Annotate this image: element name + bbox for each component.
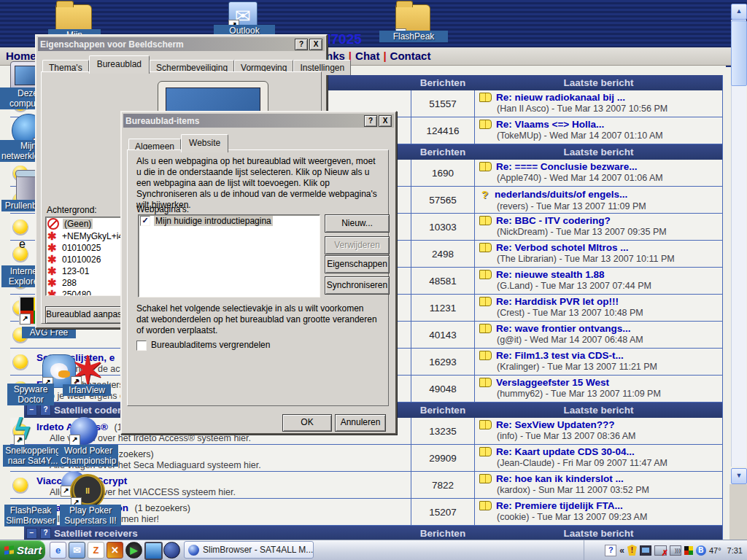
topic-link[interactable]: Re: nieuw radiokanaal bij ...	[496, 92, 625, 103]
ql-zigzag-icon[interactable]: Z	[88, 542, 104, 559]
topic-line: Re: Harddisk PVR let op!!!	[479, 296, 718, 307]
ql-monitor-icon[interactable]	[144, 542, 163, 560]
topic-link[interactable]: Re: Premiere tijdelijk FTA...	[496, 500, 623, 511]
achtergrond-item-label: +NEMyGkyL+i4	[61, 231, 123, 241]
tab-bureaublad[interactable]: Bureaublad	[89, 55, 150, 74]
snelkoppeling-sat4y-label[interactable]: Snelkoppeling naar Sat4Y...	[3, 445, 63, 467]
achtergrond-item[interactable]: ✱01010025	[46, 242, 122, 254]
close-icon[interactable]: X	[379, 115, 392, 127]
snelkoppeling-sat4y-icon[interactable]: ϟ↗	[15, 416, 44, 445]
tray-color-grid-icon[interactable]	[684, 546, 693, 555]
topic-link[interactable]: Re: SexView Updaten???	[496, 419, 615, 430]
tray-help-icon[interactable]: ?	[605, 545, 616, 556]
webpage-item[interactable]: ✓Mijn huidige introductiepagina	[139, 215, 320, 227]
desktop-items-titlebar[interactable]: Bureaublad-items ? X	[123, 114, 394, 128]
topic-link[interactable]: Re: Vlaams <=> Holla...	[496, 119, 604, 130]
ok-button[interactable]: OK	[282, 414, 332, 432]
nav-home-link[interactable]: Home	[6, 50, 36, 62]
help-question-icon[interactable]: ?	[40, 405, 51, 416]
laatste-bericht-cell: Verslaggeefster 15 West(hummy62) - Tue M…	[475, 376, 722, 402]
collapse-minus-icon[interactable]: −	[26, 528, 37, 539]
help-icon[interactable]: ?	[364, 115, 377, 127]
achtergrond-item[interactable]: ✱288	[46, 277, 122, 289]
nav-link[interactable]: Contact	[390, 50, 431, 62]
achtergrond-item[interactable]: ✱250480	[46, 289, 122, 296]
bureaublad-aanpassen-button[interactable]: Bureaublad aanpassen	[45, 306, 128, 324]
scrollbar-track[interactable]	[731, 20, 746, 467]
scrollbar-up-icon[interactable]: ▲	[731, 4, 747, 20]
topic-link[interactable]: Re: Harddisk PVR let op!!!	[496, 296, 619, 307]
display-properties-titlebar[interactable]: Eigenschappen voor Beeldscherm ? X	[38, 37, 325, 51]
close-icon[interactable]: X	[309, 39, 322, 50]
topic-link[interactable]: Re: BBC - ITV codering?	[496, 215, 611, 226]
tray-expand-icon[interactable]: «	[619, 545, 624, 556]
lightbulb-icon	[13, 354, 28, 369]
achtergrond-list[interactable]: (Geen)✱+NEMyGkyL+i4✱01010025✱01010026✱12…	[45, 217, 123, 296]
tray-network-activity-icon[interactable]: )))	[670, 545, 681, 556]
world-poker-championship-icon[interactable]: ↗	[70, 417, 98, 445]
play-poker-superstars-icon[interactable]: II↗	[70, 474, 105, 509]
tray-security-shield-icon[interactable]: !	[627, 545, 637, 556]
wallpaper-file-icon: ✱	[47, 279, 57, 287]
topic-link[interactable]: Re: wave frontier ontvangs...	[496, 323, 631, 334]
achtergrond-item[interactable]: ✱123-01	[46, 265, 122, 277]
start-button[interactable]: Start	[0, 540, 45, 560]
help-question-icon[interactable]: ?	[40, 528, 51, 539]
topic-line: Re: nieuw radiokanaal bij ...	[479, 92, 718, 103]
ql-pinwheel-icon[interactable]: ✕	[107, 542, 123, 559]
ql-globe-icon[interactable]	[163, 542, 180, 559]
topic-link[interactable]: Re: Film1.3 test via CDS-t...	[496, 350, 624, 361]
topic-link[interactable]: Re: ==== Conclusie bezware...	[496, 161, 638, 172]
ql-mail-icon[interactable]: ✉	[69, 542, 85, 559]
synchroniseren-button[interactable]: Synchroniseren	[325, 276, 390, 295]
column-header-berichten: Berichten	[411, 405, 475, 416]
wallpaper-file-icon: ✱	[47, 291, 57, 296]
eigenschappen-button[interactable]: Eigenschappen	[325, 255, 390, 273]
tray-display-icon[interactable]	[640, 545, 651, 556]
taskbar-window-button[interactable]: SlimBrowser - SAT4ALL M...	[184, 541, 314, 559]
ql-page-icon[interactable]: e	[50, 542, 66, 559]
webpage-checkbox[interactable]: ✓	[140, 216, 150, 226]
wallpaper-file-icon: ✱	[47, 268, 57, 275]
flashpeak-slimbrowser-label[interactable]: FlashPeak SlimBrowser	[4, 505, 57, 526]
irfanview-icon[interactable]: ✶↗	[71, 356, 102, 386]
topic-line: Re: BBC - ITV codering?	[479, 215, 718, 226]
topic-line: ?nederlands/duits/of engels...	[479, 188, 718, 201]
system-tray: ? « ! ))) B 47° 7:31	[584, 540, 747, 560]
scrollbar-down-icon[interactable]: ▼	[731, 468, 747, 484]
achtergrond-item[interactable]: ✱+NEMyGkyL+i4	[46, 230, 122, 242]
help-icon[interactable]: ?	[295, 39, 308, 50]
irfanview-label[interactable]: IrfanView	[63, 384, 111, 396]
flashpeak-label[interactable]: FlashPeak	[379, 31, 448, 42]
nav-link[interactable]: Chat	[355, 50, 379, 62]
lock-checkbox-row[interactable]: Bureaubladitems vergrendelen	[136, 340, 270, 351]
tray-network-disconnected-icon[interactable]	[654, 545, 667, 556]
topic-link[interactable]: Verslaggeefster 15 West	[496, 377, 609, 388]
world-poker-championship-label[interactable]: World Poker Championship	[58, 445, 118, 467]
ql-media-icon[interactable]: ▶	[125, 542, 142, 559]
tray-bluetooth-icon[interactable]: B	[696, 545, 706, 556]
lock-checkbox[interactable]	[136, 341, 147, 351]
berichten-count-cell: 10303	[411, 214, 475, 240]
achtergrond-item-label: 250480	[61, 289, 93, 296]
play-poker-superstars-label[interactable]: Play Poker Superstars II!	[60, 505, 121, 526]
achtergrond-item[interactable]: (Geen)	[46, 217, 122, 230]
scrollbar-thumb[interactable]	[731, 20, 747, 86]
topic-link[interactable]: Re: Verbod schotel MItros ...	[496, 242, 629, 253]
tab-website[interactable]: Website	[181, 134, 228, 152]
achtergrond-item[interactable]: ✱01010026	[46, 254, 122, 265]
topic-link[interactable]: nederlands/duits/of engels...	[495, 189, 627, 200]
nieuw-button[interactable]: Nieuw...	[325, 214, 390, 233]
spyware-doctor-label[interactable]: Spyware Doctor	[7, 384, 54, 405]
laatste-bericht-cell: Re: nieuwe stealth 1.88(G.Land) - Tue Ma…	[475, 268, 722, 294]
webpages-list[interactable]: ✓Mijn huidige introductiepagina	[138, 214, 320, 298]
topic-line: Re: ==== Conclusie bezware...	[479, 161, 718, 172]
topic-meta: (info) - Tue Mar 13 2007 08:36 AM	[497, 431, 718, 441]
tray-clock: 7:31	[727, 546, 743, 555]
topic-link[interactable]: Re: Kaart update CDS 30-04...	[496, 446, 635, 457]
topic-link[interactable]: Re: hoe kan ik kinderslot ...	[496, 473, 624, 484]
shortcut-arrow-icon: ↗	[20, 314, 31, 324]
cancel-button[interactable]: Annuleren	[335, 414, 386, 432]
book-topic-icon	[479, 378, 492, 387]
topic-link[interactable]: Re: nieuwe stealth 1.88	[496, 269, 605, 280]
